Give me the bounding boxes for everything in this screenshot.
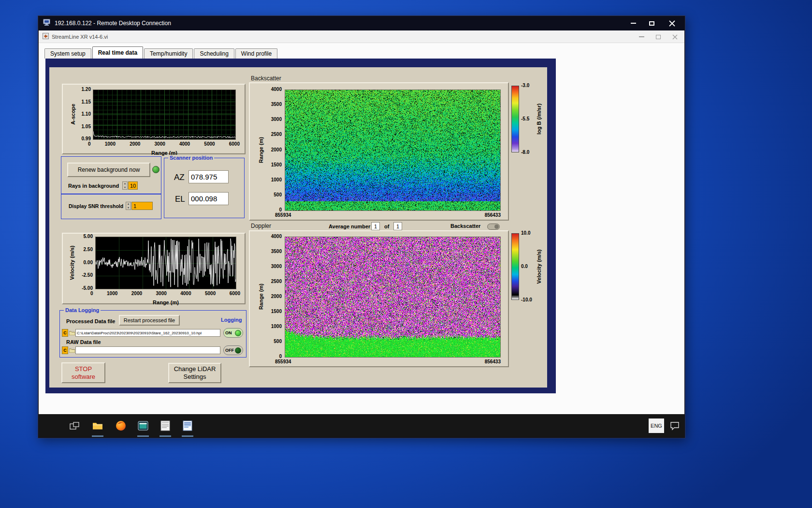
velocity-x-ticks: 0100020003000400050006000 — [90, 291, 240, 296]
notification-icon[interactable] — [669, 420, 681, 432]
app-title: StreamLine XR v14-6.vi — [52, 34, 108, 40]
backscatter-y-ticks: 40003500300025002000150010005000 — [265, 87, 282, 212]
processed-data-file-label: Processed Data file — [66, 318, 116, 324]
backscatter-x-start: 855934 — [275, 213, 291, 218]
scanner-position-group: Scanner position AZ 078.975 EL 000.098 — [164, 158, 245, 218]
velocity-y-ticks: 5.002.500.00-2.50-5.00 — [76, 234, 93, 291]
file-explorer-icon[interactable] — [92, 420, 103, 432]
backscatter-plot-frame: Range (m) 400035003000250020001500100050… — [249, 82, 509, 221]
stop-software-button[interactable]: STOPsoftware — [61, 362, 105, 383]
tab-strip: System setup Real time data Temp/humidit… — [44, 46, 278, 59]
rdp-close-button[interactable] — [661, 17, 683, 29]
tab-scheduling[interactable]: Scheduling — [194, 48, 234, 59]
az-label: AZ — [174, 173, 185, 182]
off-led — [235, 347, 241, 354]
firefox-icon[interactable] — [115, 420, 127, 432]
average-number-value[interactable]: 1 — [371, 222, 380, 230]
rdp-computer-icon — [43, 19, 51, 28]
raw-data-file-label: RAW Data file — [66, 339, 101, 345]
ascope-plot — [93, 90, 236, 140]
change-button-line1: Change LiDAR — [174, 365, 216, 373]
app-close-button[interactable] — [672, 34, 678, 40]
doppler-plot-frame: Range (m) 400035003000250020001500100050… — [249, 230, 509, 367]
remote-screen: StreamLine XR v14-6.vi System setup Real… — [39, 30, 684, 437]
rdp-window: 192.168.0.122 - Remote Desktop Connectio… — [38, 15, 685, 438]
app-window-buttons — [639, 30, 678, 43]
background-group: Renew background now Rays in background … — [61, 156, 161, 194]
taskbar: ENG — [39, 414, 684, 437]
rays-in-background-label: Rays in background — [68, 183, 119, 189]
backscatter-x-end: 856433 — [481, 213, 501, 218]
scan-scheduler-icon[interactable] — [160, 420, 171, 432]
rays-spinner[interactable]: ▲▼ — [122, 181, 128, 190]
snr-threshold-label: Display SNR threshold — [69, 203, 123, 209]
az-value[interactable]: 078.975 — [188, 170, 229, 183]
scan-scheduler-active-indicator — [160, 435, 171, 437]
stop-button-line2: software — [72, 373, 95, 381]
restart-processed-file-button[interactable]: Restart processed file — [119, 315, 180, 326]
vi-panel-frame: A-scope 1.201.151.101.050.99 01000200030… — [45, 59, 556, 393]
backscatter-colorbar — [511, 86, 519, 152]
data-logging-group: Data Logging Processed Data file Restart… — [59, 310, 246, 358]
backscatter-section-title: Backscatter — [251, 75, 281, 82]
ascope-plot-frame: A-scope 1.201.151.101.050.99 01000200030… — [62, 84, 246, 154]
el-value[interactable]: 000.098 — [188, 192, 229, 205]
velocity-plot — [95, 237, 236, 289]
ascope-x-axis-label: Range (m) — [93, 148, 236, 157]
tab-system-setup[interactable]: System setup — [44, 48, 91, 59]
average-of-value[interactable]: 1 — [393, 222, 402, 230]
raw-path-field[interactable] — [75, 346, 220, 354]
background-led — [152, 166, 160, 173]
processed-browse-folder-icon[interactable] — [69, 329, 75, 337]
language-indicator[interactable]: ENG — [649, 418, 664, 433]
velocity-plot-frame: Velocity (m/s) 5.002.500.00-2.50-5.00 01… — [62, 233, 246, 304]
processed-path-field[interactable]: C:\Lidar\Data\Proc\2023\202309\20230910\… — [75, 329, 220, 337]
file-explorer-active-indicator — [92, 435, 103, 437]
vi-panel: A-scope 1.201.151.101.050.99 01000200030… — [49, 67, 547, 388]
backscatter-toggle-label: Backscatter — [450, 223, 480, 229]
renew-background-button[interactable]: Renew background now — [67, 163, 150, 177]
rdp-maximize-button[interactable] — [642, 17, 661, 29]
rdp-minimize-button[interactable] — [624, 17, 642, 29]
velocity-y-axis-label: Velocity (m/s) — [68, 237, 76, 288]
backscatter-toggle[interactable] — [487, 224, 500, 230]
scanner-position-title: Scanner position — [168, 155, 214, 161]
logging-label: Logging — [221, 317, 242, 323]
notes-app-icon[interactable] — [182, 420, 193, 432]
velocity-x-axis-label: Range (m) — [95, 298, 236, 306]
tab-real-time-data[interactable]: Real time data — [92, 46, 143, 59]
rdp-window-buttons — [624, 17, 683, 29]
change-lidar-settings-button[interactable]: Change LiDARSettings — [168, 363, 221, 383]
raw-logging-toggle[interactable]: OFF — [223, 345, 243, 355]
app-minimize-button[interactable] — [639, 36, 644, 37]
snr-group: Display SNR threshold ▲▼ 1 — [61, 194, 161, 219]
stop-button-line1: STOP — [75, 365, 92, 373]
desktop: 192.168.0.122 - Remote Desktop Connectio… — [0, 0, 812, 508]
raw-drive-box[interactable]: C — [62, 346, 68, 354]
processed-logging-toggle[interactable]: ON — [223, 328, 243, 338]
notes-app-active-indicator — [182, 435, 193, 437]
ascope-y-ticks: 1.201.151.101.050.99 — [76, 87, 91, 141]
screenshot-app-icon[interactable] — [137, 420, 149, 432]
rays-value[interactable]: 10 — [128, 181, 138, 190]
average-number-label: Average number — [329, 224, 370, 229]
tab-temp-humidity[interactable]: Temp/humidity — [144, 48, 193, 59]
screenshot-app-active-indicator — [137, 435, 149, 437]
change-button-line2: Settings — [184, 373, 206, 381]
app-maximize-button[interactable] — [656, 35, 661, 39]
processed-drive-box[interactable]: C — [62, 329, 68, 337]
app-window: StreamLine XR v14-6.vi System setup Real… — [39, 30, 684, 414]
raw-browse-folder-icon[interactable] — [69, 346, 75, 354]
backscatter-colorbar-label: log B (/m/sr) — [535, 86, 543, 152]
doppler-colorbar — [511, 233, 519, 300]
doppler-colorbar-ticks: 10.00.0-10.0 — [521, 231, 535, 302]
doppler-colorbar-label: Velocity (m/s) — [535, 233, 543, 300]
app-icon — [43, 33, 49, 40]
app-titlebar: StreamLine XR v14-6.vi — [39, 30, 684, 43]
data-logging-title: Data Logging — [64, 307, 101, 313]
task-view-icon[interactable] — [69, 420, 80, 432]
backscatter-heatmap — [285, 90, 501, 211]
snr-value[interactable]: 1 — [131, 202, 153, 210]
snr-spinner[interactable]: ▲▼ — [126, 202, 131, 210]
tab-wind-profile[interactable]: Wind profile — [235, 48, 277, 59]
